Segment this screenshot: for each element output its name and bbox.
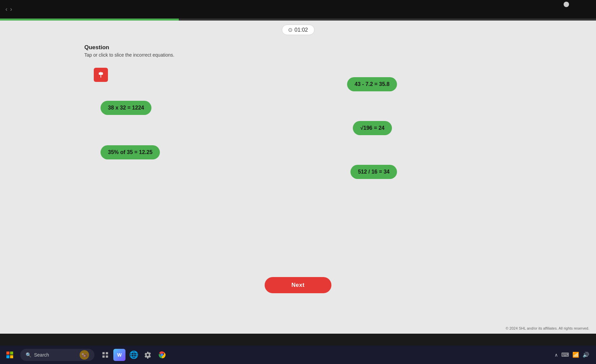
task-view-button[interactable] [99,349,111,361]
svg-rect-1 [10,352,13,355]
question-title: Question [84,44,174,51]
svg-rect-5 [106,352,108,354]
task-view-icon [102,352,109,358]
svg-point-8 [161,354,163,356]
windows-logo-icon [6,351,14,359]
timer-container: ⊙ 01:02 [282,25,314,35]
equation-pill-1[interactable]: 43 - 7.2 = 35.8 [347,77,397,91]
taskbar: 🔍 Search 🦦 W 🌐 [0,345,596,364]
nav-forward[interactable]: › [10,6,12,13]
tray-chevron[interactable]: ∧ [555,352,558,358]
svg-rect-0 [6,352,9,355]
settings-button[interactable] [142,349,154,361]
question-instruction: Tap or click to slice the incorrect equa… [84,52,174,58]
svg-rect-2 [6,355,9,358]
nav-controls: ‹ › [5,6,12,13]
tray-keyboard[interactable]: ⌨ [561,352,569,358]
flag-icon [97,71,105,79]
search-animal-icon: 🦦 [80,350,89,360]
tray-wifi[interactable]: 📶 [572,352,579,358]
widget-button[interactable]: W [113,349,125,361]
dot-decoration [564,2,569,7]
tray-volume[interactable]: 🔊 [583,352,589,358]
edge-button[interactable]: 🌐 [127,349,140,361]
timer-display: 01:02 [294,27,308,33]
top-bar: ‹ › [0,0,596,19]
search-label: Search [34,352,49,358]
taskbar-apps: W 🌐 [99,349,168,361]
search-bar[interactable]: 🔍 Search 🦦 [20,349,94,361]
chrome-icon [158,351,166,359]
equation-pill-2[interactable]: 38 x 32 = 1224 [101,101,151,115]
svg-rect-4 [103,352,105,354]
copyright-text: © 2024 SHL and/or its affiliates. All ri… [506,326,589,330]
start-button[interactable] [3,348,16,361]
settings-icon [144,351,151,359]
main-content: ⊙ 01:02 Question Tap or click to slice t… [0,21,596,334]
question-section: Question Tap or click to slice the incor… [84,44,174,58]
svg-rect-3 [10,355,13,358]
clock-icon: ⊙ [288,27,292,33]
equation-pill-3[interactable]: √196 = 24 [353,121,392,135]
svg-rect-7 [106,355,108,358]
svg-rect-6 [103,355,105,358]
next-button[interactable]: Next [264,277,332,293]
search-icon: 🔍 [26,352,31,358]
equation-pill-5[interactable]: 512 / 16 = 34 [350,165,397,179]
flag-button[interactable] [94,68,108,82]
chrome-button[interactable] [156,349,168,361]
equation-pill-4[interactable]: 35% of 35 = 12.25 [101,145,160,159]
system-tray: ∧ ⌨ 📶 🔊 [555,352,593,358]
nav-back[interactable]: ‹ [5,6,7,13]
